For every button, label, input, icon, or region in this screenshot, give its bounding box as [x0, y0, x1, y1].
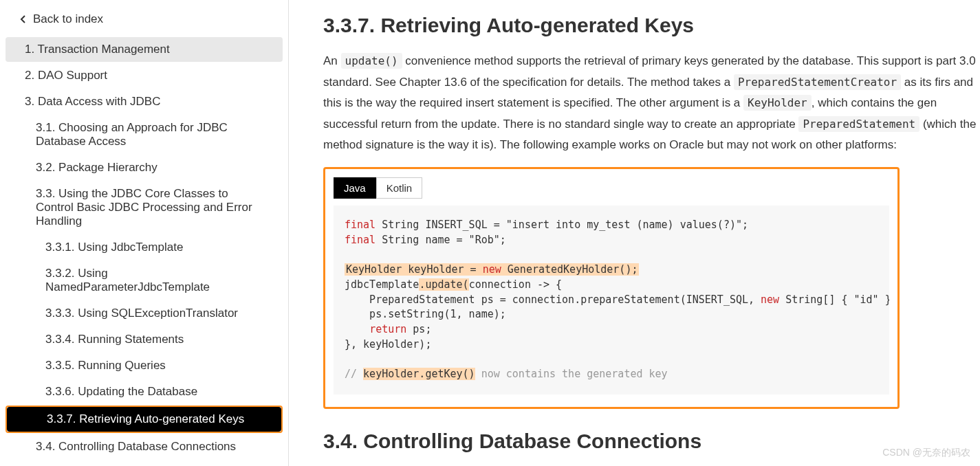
code-example-box: Java Kotlin final String INSERT_SQL = "i… — [323, 167, 900, 409]
section-heading-337: 3.3.7. Retrieving Auto-generated Keys — [323, 14, 980, 37]
intro-paragraph: An update() convenience method supports … — [323, 51, 980, 156]
code-block: final String INSERT_SQL = "insert into m… — [334, 206, 889, 395]
nav-item-9[interactable]: 3.3.4. Running Statements — [6, 327, 283, 352]
nav-item-12[interactable]: 3.3.7. Retrieving Auto-generated Keys — [7, 407, 281, 432]
code-psc: PreparedStatementCreator — [734, 74, 901, 90]
nav-item-11[interactable]: 3.3.6. Updating the Database — [6, 379, 283, 404]
section-heading-34: 3.4. Controlling Database Connections — [323, 430, 980, 453]
back-label: Back to index — [33, 12, 103, 26]
nav-item-4[interactable]: 3.2. Package Hierarchy — [6, 155, 283, 180]
nav-item-2[interactable]: 3. Data Access with JDBC — [6, 89, 283, 114]
nav-item-8[interactable]: 3.3.3. Using SQLExceptionTranslator — [6, 301, 283, 326]
tab-kotlin[interactable]: Kotlin — [376, 177, 423, 199]
code-keyholder: KeyHolder — [743, 95, 812, 111]
tab-java[interactable]: Java — [334, 177, 376, 199]
watermark: CSDN @无奈的码农 — [882, 447, 970, 459]
nav-item-10[interactable]: 3.3.5. Running Queries — [6, 353, 283, 378]
nav-item-13[interactable]: 3.4. Controlling Database Connections — [6, 434, 283, 459]
nav-item-1[interactable]: 2. DAO Support — [6, 63, 283, 88]
back-to-index-link[interactable]: Back to index — [0, 7, 288, 32]
code-tabs: Java Kotlin — [334, 177, 897, 199]
code-ps: PreparedStatement — [798, 116, 919, 132]
code-update: update() — [341, 53, 402, 69]
nav-item-6[interactable]: 3.3.1. Using JdbcTemplate — [6, 235, 283, 260]
nav-item-0[interactable]: 1. Transaction Management — [6, 37, 283, 62]
nav-item-5[interactable]: 3.3. Using the JDBC Core Classes to Cont… — [6, 181, 283, 234]
sidebar: Back to index 1. Transaction Management2… — [0, 0, 289, 466]
nav-highlight-box: 3.3.7. Retrieving Auto-generated Keys — [6, 406, 283, 433]
nav-item-14[interactable]: 3.5. JDBC Batch Operations — [6, 461, 283, 466]
nav-item-7[interactable]: 3.3.2. Using NamedParameterJdbcTemplate — [6, 261, 283, 300]
nav-item-3[interactable]: 3.1. Choosing an Approach for JDBC Datab… — [6, 115, 283, 154]
main-content: 3.3.7. Retrieving Auto-generated Keys An… — [289, 0, 980, 466]
chevron-left-icon — [19, 15, 28, 23]
